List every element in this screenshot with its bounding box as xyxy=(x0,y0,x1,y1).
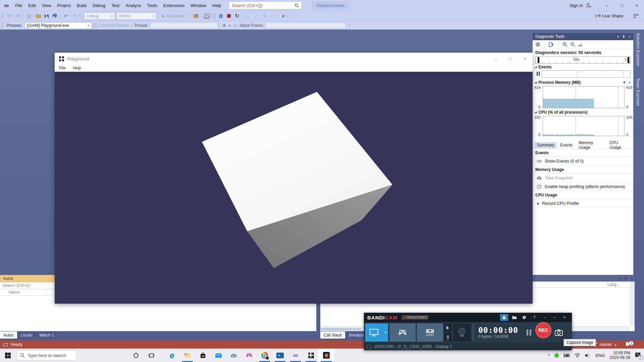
home-button[interactable] xyxy=(203,12,211,20)
location-toolbar-overflow[interactable]: ▾ xyxy=(348,24,350,27)
navigate-forward-button[interactable]: ⟳ xyxy=(14,12,22,20)
notifications-bell-button[interactable]: 1 xyxy=(625,342,630,348)
recording-status-icon[interactable] xyxy=(554,353,559,358)
menu-file[interactable]: File xyxy=(12,3,25,8)
toolbar-grip[interactable] xyxy=(213,13,216,19)
taskbar-playground-app[interactable] xyxy=(303,349,319,362)
tab-summary[interactable]: Summary xyxy=(535,142,556,148)
screen-recording-mode-button[interactable] xyxy=(365,323,383,342)
capture-target-info[interactable]: 644x362 - (0_0)_(1920_1080) - Display … xyxy=(374,344,452,349)
tab-locals[interactable]: Locals xyxy=(17,331,36,339)
window-position-icon[interactable]: ▾ xyxy=(617,35,619,39)
pause-events-icon[interactable] xyxy=(536,72,540,77)
recording-mode-dropdown[interactable]: ▾ xyxy=(383,323,388,342)
vs-search-input[interactable]: Search (Ctrl+Q) xyxy=(229,1,302,9)
menu-project[interactable]: Project xyxy=(54,3,74,8)
thread-select[interactable] xyxy=(150,22,218,29)
memory-section-header[interactable]: ◢Process Memory (MB) ▼ ● xyxy=(533,79,633,85)
restart-button[interactable]: ↻ xyxy=(233,12,241,20)
tray-expand-chevron[interactable]: ^ xyxy=(548,353,550,358)
taskbar-visual-studio[interactable]: ∞ xyxy=(288,349,303,362)
menu-help[interactable]: Help xyxy=(209,3,224,8)
start-button[interactable] xyxy=(0,349,15,362)
lifecycle-events-button[interactable]: Lifecycle Events xyxy=(100,23,129,28)
taskbar-game-app[interactable] xyxy=(241,349,257,362)
save-button[interactable] xyxy=(43,12,51,20)
process-select[interactable]: [11448] Playground.exe▾ xyxy=(24,22,92,29)
vertical-scrollbar[interactable] xyxy=(630,282,635,326)
playground-minimize-button[interactable]: – xyxy=(488,53,503,65)
pin-icon[interactable] xyxy=(624,277,627,280)
stop-debugging-button[interactable] xyxy=(225,12,233,20)
find-in-files-button[interactable] xyxy=(192,12,200,20)
menu-debug[interactable]: Debug xyxy=(90,3,108,8)
debug-toolbar-overflow[interactable]: ▾ xyxy=(287,14,289,18)
playground-title-bar[interactable]: Playground – □ × xyxy=(55,53,533,65)
cortana-button[interactable] xyxy=(128,349,144,362)
playground-close-button[interactable]: × xyxy=(518,53,533,65)
lifecycle-events-icon[interactable] xyxy=(92,21,100,29)
clock-button[interactable]: 10:59 PM 2020-09-29 xyxy=(610,351,630,360)
breakpoints-toggle-button[interactable]: # xyxy=(279,12,287,20)
action-center-button[interactable]: 7 xyxy=(635,352,641,359)
bandicam-minimize-tray-button[interactable]: – xyxy=(540,314,548,321)
solution-platform-select[interactable]: Win32▾ xyxy=(117,12,156,20)
tab-call-stack[interactable]: Call Stack xyxy=(320,331,345,339)
close-icon[interactable]: × xyxy=(629,35,631,39)
toolbar-overflow[interactable]: ▾ xyxy=(211,14,212,18)
step-out-button[interactable]: ↑ xyxy=(268,12,276,20)
solution-badge[interactable]: BabylonNative xyxy=(312,1,350,9)
schedule-button[interactable] xyxy=(520,314,528,321)
playground-maximize-button[interactable]: □ xyxy=(503,53,518,65)
help-button[interactable]: ? xyxy=(530,314,538,321)
heap-profiling-command[interactable]: Enable heap profiling (affects performan… xyxy=(533,182,633,191)
bandicam-title-bar[interactable]: BANDICAM UNREGISTERED ? – – × xyxy=(364,313,572,322)
taskbar-store[interactable] xyxy=(195,349,211,362)
continue-dropdown[interactable]: ▾ xyxy=(186,14,187,17)
tab-events[interactable]: Events xyxy=(558,142,575,148)
open-file-button[interactable] xyxy=(35,12,43,20)
events-swimlane[interactable] xyxy=(542,70,631,78)
settings-gear-icon[interactable] xyxy=(535,42,540,47)
reset-view-chart-icon[interactable]: ? xyxy=(578,42,583,47)
device-recording-mode-button[interactable]: HDMI xyxy=(417,323,443,342)
window-position-icon[interactable]: ▾ xyxy=(619,276,621,281)
user-add-icon[interactable] xyxy=(586,3,592,8)
panel-grip[interactable] xyxy=(472,324,475,341)
sign-in-button[interactable]: Sign in xyxy=(570,3,583,8)
redo-dropdown[interactable]: ▾ xyxy=(79,14,80,17)
step-over-button[interactable]: ↷ xyxy=(260,12,268,20)
tab-memory-usage[interactable]: Memory Usage xyxy=(576,140,606,150)
break-all-button[interactable] xyxy=(217,12,225,20)
menu-edit[interactable]: Edit xyxy=(25,3,39,8)
microphone-toggle[interactable] xyxy=(444,333,452,342)
lifecycle-events-dropdown[interactable]: ▾ xyxy=(130,24,132,27)
export-icon[interactable] xyxy=(549,42,554,47)
take-snapshot-command[interactable]: Take Snapshot xyxy=(533,174,633,182)
game-recording-mode-button[interactable] xyxy=(389,323,416,342)
taskbar-file-explorer[interactable] xyxy=(180,349,195,362)
sidebar-tab-team-explorer[interactable]: Team Explorer xyxy=(636,78,640,106)
cpu-chart[interactable]: 100 0 100 0 xyxy=(543,116,625,136)
close-icon[interactable]: × xyxy=(631,276,633,280)
process-memory-chart[interactable]: 419 0 419 0 xyxy=(543,86,625,108)
menu-window[interactable]: Window xyxy=(187,3,209,8)
events-section-header[interactable]: ◢Events xyxy=(533,64,633,70)
volume-icon[interactable] xyxy=(585,353,591,358)
snapshot-marker-icon[interactable]: ▼ xyxy=(622,80,626,85)
git-branch-button[interactable]: master xyxy=(600,342,612,347)
step-into-button[interactable]: ↓ xyxy=(252,12,260,20)
tab-watch-1[interactable]: Watch 1 xyxy=(36,331,57,339)
toolbar-grip[interactable] xyxy=(1,22,4,28)
feedback-icon[interactable] xyxy=(633,13,639,18)
vs-minimize-button[interactable]: – xyxy=(600,0,614,11)
filter-threads-icon[interactable]: ▼ xyxy=(222,23,226,27)
mouse-cursor-toggle[interactable] xyxy=(444,323,452,332)
taskbar-search-input[interactable]: Type here to search xyxy=(17,350,76,360)
taskbar-bandicam[interactable] xyxy=(319,349,334,362)
record-cpu-profile-command[interactable]: ● Record CPU Profile xyxy=(533,199,633,208)
filter-flagged-icon[interactable]: ▼ xyxy=(228,23,232,27)
tab-cpu-usage[interactable]: CPU Usage xyxy=(607,140,631,150)
toggle-flagged-icon[interactable]: ⇄ xyxy=(234,23,237,28)
taskbar-powershell[interactable]: >_ xyxy=(272,349,288,362)
